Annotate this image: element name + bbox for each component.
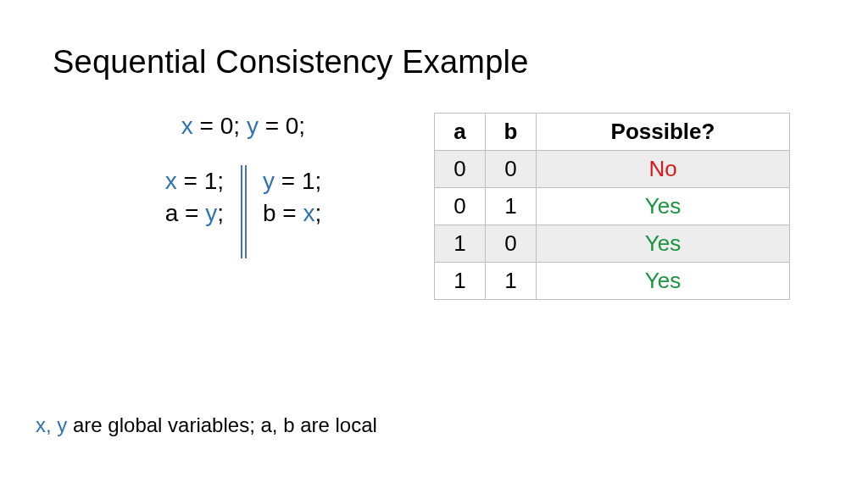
thread-1-line-2: a = y; [165,197,224,230]
table-row: 00No [435,151,790,188]
results-table: a b Possible? 00No01Yes10Yes11Yes [434,113,790,300]
thread-2: y = 1; b = x; [248,165,321,230]
slide-title: Sequential Consistency Example [53,44,815,80]
thread-1: x = 1; a = y; [165,165,239,230]
footnote: x, y are global variables; a, b are loca… [36,413,377,437]
thread-2-line-2: b = x; [263,197,321,230]
t1-semi: ; [217,200,224,226]
t2-b-eq: b = [263,200,303,226]
divider-line [245,165,247,258]
t1-x: x [165,168,177,194]
thread-1-line-1: x = 1; [165,165,224,197]
t1-x-eq: = 1; [177,168,224,194]
cell-b: 1 [486,188,537,225]
cell-possible: Yes [537,188,790,225]
init-x-eq: = 0; [193,113,247,139]
footnote-rest: are global variables; a, b are local [67,413,377,436]
var-y: y [247,113,259,139]
cell-a: 0 [435,151,486,188]
table-row: 10Yes [435,225,790,263]
cell-possible: Yes [537,225,790,263]
t2-y-eq: = 1; [275,168,321,194]
var-x: x [181,113,193,139]
t1-y: y [205,200,217,226]
slide: Sequential Consistency Example x = 0; y … [0,0,868,488]
table-header-row: a b Possible? [435,114,790,151]
header-b: b [486,114,537,151]
table-panel: a b Possible? 00No01Yes10Yes11Yes [434,113,815,300]
parallel-divider-icon [239,165,248,258]
cell-b: 0 [486,225,537,263]
t2-y: y [263,168,275,194]
cell-a: 1 [435,263,486,300]
slide-content: x = 0; y = 0; x = 1; a = y; y = 1; b = x… [53,113,815,300]
cell-possible: No [537,151,790,188]
code-panel: x = 0; y = 0; x = 1; a = y; y = 1; b = x… [53,113,434,300]
t2-x: x [303,200,314,226]
table-row: 11Yes [435,263,790,300]
cell-a: 1 [435,225,486,263]
cell-possible: Yes [537,263,790,300]
thread-2-line-1: y = 1; [263,165,321,197]
table-body: 00No01Yes10Yes11Yes [435,151,790,300]
footnote-vars: x, y [36,413,67,436]
cell-b: 1 [486,263,537,300]
divider-line [241,165,242,258]
t1-a-eq: a = [165,200,205,226]
cell-a: 0 [435,188,486,225]
cell-b: 0 [486,151,537,188]
init-line: x = 0; y = 0; [53,113,434,140]
table-row: 01Yes [435,188,790,225]
thread-columns: x = 1; a = y; y = 1; b = x; [53,165,434,258]
header-possible: Possible? [537,114,790,151]
t2-semi: ; [314,200,321,226]
header-a: a [435,114,486,151]
init-y-eq: = 0; [259,113,305,139]
